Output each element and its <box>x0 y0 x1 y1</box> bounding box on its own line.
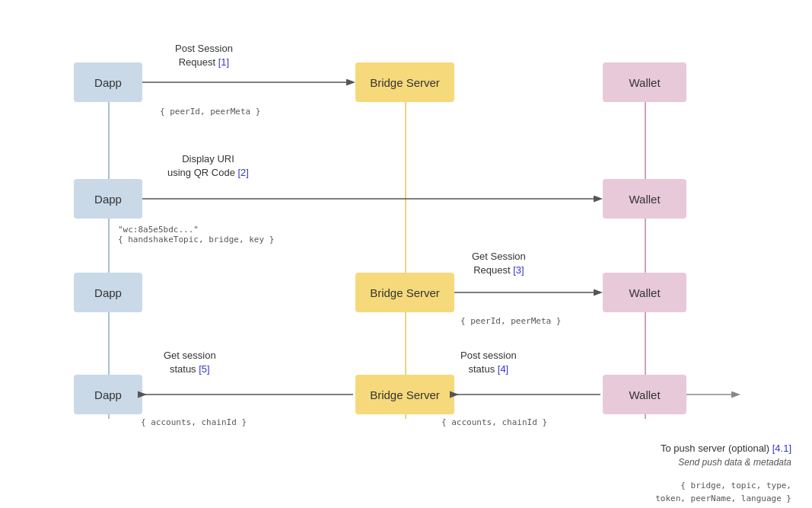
dapp-label-1: Dapp <box>94 76 122 89</box>
step1-sublabel: { peerId, peerMeta } <box>160 107 260 117</box>
bridge-label-1: Bridge Server <box>370 76 440 89</box>
step2-sublabel: "wc:8a5e5bdc..."{ handshakeTopic, bridge… <box>118 225 274 244</box>
wallet-box-1: Wallet <box>603 62 686 102</box>
step3-sublabel: { peerId, peerMeta } <box>460 316 561 326</box>
wallet-label-1: Wallet <box>629 76 660 89</box>
wallet-label-4: Wallet <box>629 388 660 401</box>
bridge-box-1: Bridge Server <box>355 62 454 102</box>
step3-label: Get SessionRequest [3] <box>472 250 526 277</box>
dapp-label-3: Dapp <box>94 286 122 299</box>
wallet-box-4: Wallet <box>603 375 686 414</box>
wallet-label-3: Wallet <box>629 286 660 299</box>
step5-sublabel: { accounts, chainId } <box>141 417 247 427</box>
bridge-vertical-line <box>405 62 406 419</box>
step5-label: Get sessionstatus [5] <box>164 349 216 376</box>
wallet-vertical-line <box>645 62 646 419</box>
bridge-label-2: Bridge Server <box>370 286 440 299</box>
step4-sublabel: { accounts, chainId } <box>441 417 547 427</box>
dapp-box-1: Dapp <box>74 62 142 102</box>
push-server-label: To push server (optional) [4.1] Send pus… <box>556 442 791 469</box>
diagram: Dapp Bridge Server Wallet Post SessionRe… <box>0 0 812 508</box>
dapp-label-4: Dapp <box>94 388 122 401</box>
step1-label: Post SessionRequest [1] <box>175 42 233 69</box>
dapp-box-3: Dapp <box>74 273 142 312</box>
push-server-data: { bridge, topic, type,token, peerName, l… <box>556 480 791 505</box>
bridge-box-3: Bridge Server <box>355 375 454 414</box>
wallet-box-3: Wallet <box>603 273 686 312</box>
dapp-vertical-line <box>108 62 110 419</box>
wallet-label-2: Wallet <box>629 193 660 206</box>
dapp-label-2: Dapp <box>94 193 122 206</box>
wallet-box-2: Wallet <box>603 179 686 219</box>
dapp-box-4: Dapp <box>74 375 142 414</box>
bridge-label-3: Bridge Server <box>370 388 440 401</box>
step2-label: Display URIusing QR Code [2] <box>167 152 249 180</box>
dapp-box-2: Dapp <box>74 179 142 219</box>
step4-label: Post sessionstatus [4] <box>460 349 517 376</box>
bridge-box-2: Bridge Server <box>355 273 454 312</box>
